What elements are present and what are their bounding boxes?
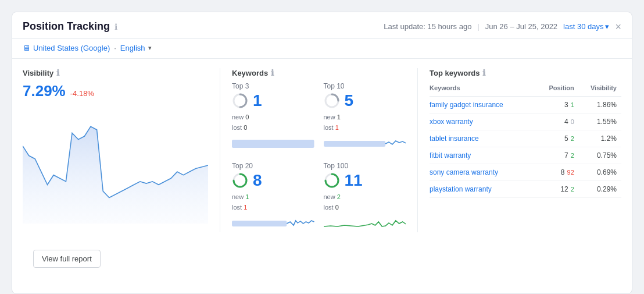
keywords-grid: Top 3 1 new 0 lost 0	[232, 82, 406, 232]
top10-number-row: 5	[324, 93, 406, 109]
header-left: Position Tracking ℹ	[23, 20, 117, 33]
position-cell: 7 2	[538, 147, 579, 164]
visibility-percentage: 7.29%	[23, 82, 66, 100]
top3-number-row: 1	[232, 93, 314, 109]
location-chevron-icon: ▾	[148, 44, 152, 52]
top100-mini-chart	[324, 215, 406, 232]
table-row: playstation warranty 12 2 0.29%	[430, 181, 621, 198]
keyword-card-top3: Top 3 1 new 0 lost 0	[232, 82, 314, 153]
position-cell: 4 0	[538, 114, 579, 130]
position-tracking-widget: Position Tracking ℹ Last update: 15 hour…	[12, 12, 632, 294]
visibility-delta: -4.18%	[70, 89, 94, 98]
keywords-section: Keywords ℹ Top 3 1 new 0	[220, 68, 418, 232]
top3-circle-icon	[232, 93, 248, 109]
top20-number: 8	[253, 172, 262, 189]
keywords-section-title: Keywords ℹ	[232, 68, 406, 77]
location-text: United States (Google)	[33, 44, 110, 52]
visibility-cell: 1.55%	[579, 114, 621, 130]
keyword-cell[interactable]: tablet insurance	[430, 130, 538, 147]
top10-circle-icon	[324, 93, 340, 109]
widget-footer: View full report	[12, 242, 632, 286]
keyword-cell[interactable]: sony camera warranty	[430, 164, 538, 181]
header-right: Last update: 15 hours ago | Jun 26 – Jul…	[384, 22, 621, 32]
period-chevron-icon: ▾	[605, 22, 609, 31]
top-keywords-section: Top keywords ℹ Keywords Position Visibil…	[418, 68, 621, 232]
top3-label: Top 3	[232, 82, 314, 90]
close-button[interactable]: ×	[615, 22, 621, 32]
visibility-cell: 1.2%	[579, 130, 621, 147]
widget-title: Position Tracking	[23, 20, 110, 33]
svg-rect-5	[232, 221, 287, 226]
keyword-cell[interactable]: fitbit warranty	[430, 147, 538, 164]
table-row: tablet insurance 5 2 1.2%	[430, 130, 621, 147]
position-cell: 5 2	[538, 130, 579, 147]
top20-label: Top 20	[232, 162, 314, 170]
top100-number: 11	[345, 172, 363, 189]
top-keywords-info-icon[interactable]: ℹ	[482, 68, 485, 77]
col-header-visibility: Visibility	[579, 82, 621, 97]
svg-rect-3	[324, 141, 385, 147]
view-full-report-button[interactable]: View full report	[33, 250, 101, 268]
col-header-position: Position	[538, 82, 579, 97]
visibility-value-row: 7.29% -4.18%	[23, 82, 208, 100]
top10-new-lost: new 1 lost 1	[324, 112, 406, 133]
keyword-cell[interactable]: playstation warranty	[430, 181, 538, 198]
visibility-section-title: Visibility ℹ	[23, 68, 208, 77]
location-selector[interactable]: 🖥 United States (Google) · English ▾	[23, 44, 621, 52]
keyword-card-top10: Top 10 5 new 1 lost 1	[324, 82, 406, 153]
keyword-cell[interactable]: xbox warranty	[430, 114, 538, 130]
top-keywords-table: Keywords Position Visibility family gadg…	[430, 82, 621, 198]
top100-label: Top 100	[324, 162, 406, 170]
visibility-section: Visibility ℹ 7.29% -4.18%	[23, 68, 220, 232]
keywords-info-icon[interactable]: ℹ	[271, 68, 274, 77]
visibility-cell: 1.86%	[579, 97, 621, 114]
top10-mini-chart	[324, 135, 406, 153]
top20-number-row: 8	[232, 172, 314, 189]
subheader: 🖥 United States (Google) · English ▾	[12, 39, 632, 59]
visibility-cell: 0.69%	[579, 164, 621, 181]
visibility-cell: 0.75%	[579, 147, 621, 164]
svg-rect-1	[232, 140, 314, 148]
table-row: fitbit warranty 7 2 0.75%	[430, 147, 621, 164]
top10-label: Top 10	[324, 82, 406, 90]
table-row: xbox warranty 4 0 1.55%	[430, 114, 621, 130]
last-update-text: Last update: 15 hours ago	[384, 22, 471, 31]
top100-circle-icon	[324, 172, 340, 189]
col-header-keywords: Keywords	[430, 82, 538, 97]
table-row: sony camera warranty 8 92 0.69%	[430, 164, 621, 181]
top20-mini-chart	[232, 215, 314, 232]
position-cell: 3 1	[538, 97, 579, 114]
title-info-icon[interactable]: ℹ	[115, 22, 117, 31]
top-keywords-title: Top keywords ℹ	[430, 68, 621, 77]
date-range-button[interactable]: last 30 days ▾	[563, 22, 609, 31]
monitor-icon: 🖥	[23, 44, 30, 52]
main-content: Visibility ℹ 7.29% -4.18%	[12, 59, 632, 242]
top100-new-lost: new 2 lost 0	[324, 192, 406, 212]
top3-new-lost: new 0 lost 0	[232, 112, 314, 133]
header-divider: |	[477, 22, 479, 31]
top20-new-lost: new 1 lost 1	[232, 192, 314, 212]
top100-number-row: 11	[324, 172, 406, 189]
position-cell: 8 92	[538, 164, 579, 181]
top3-number: 1	[253, 93, 262, 109]
table-row: family gadget insurance 3 1 1.86%	[430, 97, 621, 114]
keyword-card-top100: Top 100 11 new 2 lost 0	[324, 162, 406, 232]
top3-mini-chart	[232, 135, 314, 153]
visibility-chart	[23, 107, 208, 224]
top20-circle-icon	[232, 172, 248, 189]
location-separator: ·	[114, 44, 116, 52]
keyword-card-top20: Top 20 8 new 1 lost 1	[232, 162, 314, 232]
position-cell: 12 2	[538, 181, 579, 198]
date-range-text: Jun 26 – Jul 25, 2022	[485, 22, 557, 31]
visibility-info-icon[interactable]: ℹ	[56, 68, 59, 77]
visibility-cell: 0.29%	[579, 181, 621, 198]
top10-number: 5	[345, 93, 354, 109]
widget-header: Position Tracking ℹ Last update: 15 hour…	[12, 12, 632, 39]
language-text: English	[120, 44, 145, 52]
keyword-cell[interactable]: family gadget insurance	[430, 97, 538, 114]
